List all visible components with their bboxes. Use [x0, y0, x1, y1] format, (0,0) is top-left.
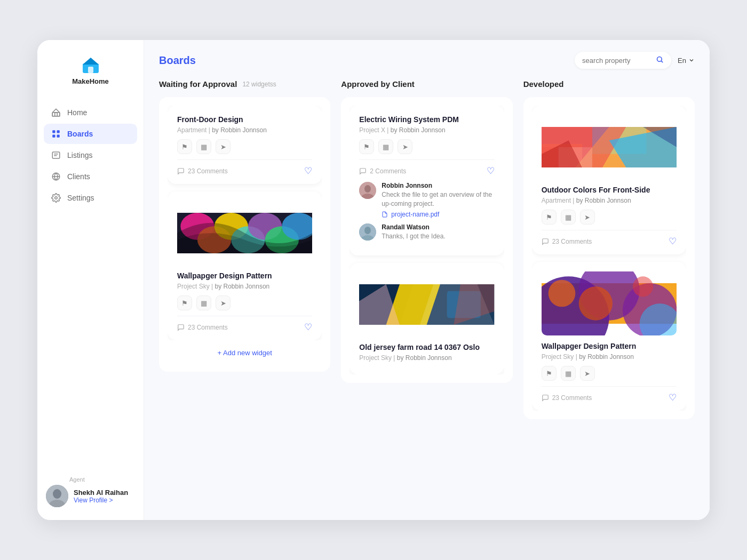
- svg-point-50: [578, 286, 612, 320]
- comment-text-2: Thanks, I got the Idea.: [382, 232, 445, 241]
- sidebar-item-home[interactable]: Home: [44, 102, 137, 123]
- svg-rect-4: [57, 130, 60, 133]
- sidebar-item-listings[interactable]: Listings: [44, 145, 137, 165]
- commenter-avatar-2: [359, 223, 376, 241]
- home-icon: [51, 108, 61, 117]
- footer-user: Shekh Al Raihan View Profile >: [46, 485, 128, 507]
- file-name: project-name.pdf: [391, 211, 439, 218]
- column-developed: Developed: [523, 79, 695, 509]
- comment-body-1: Robbin Jonnson Check the file to get an …: [382, 182, 494, 218]
- sidebar-nav: Home Boards: [37, 102, 144, 476]
- comment-author-2: Randall Watson: [382, 223, 445, 231]
- search-box[interactable]: [575, 52, 671, 69]
- comment-file-link[interactable]: project-name.pdf: [382, 211, 494, 218]
- avatar-image: [46, 485, 68, 507]
- grid-button[interactable]: ▦: [196, 139, 211, 154]
- agent-label: Agent: [69, 476, 85, 483]
- svg-point-51: [548, 280, 575, 307]
- grid-button[interactable]: ▦: [561, 210, 576, 225]
- comment-icon: [542, 238, 549, 245]
- like-button[interactable]: ♡: [304, 322, 312, 333]
- boards-icon: [51, 129, 61, 139]
- grid-button[interactable]: ▦: [196, 295, 211, 310]
- commenter-avatar-1: [359, 182, 376, 199]
- grid-button[interactable]: ▦: [378, 139, 393, 154]
- card-outdoor: Outdoor Colors For Front-Side Apartment …: [532, 106, 686, 254]
- card-actions: ⚑ ▦ ➤: [542, 210, 677, 225]
- like-button[interactable]: ♡: [669, 392, 677, 403]
- chevron-down-icon: [688, 57, 695, 63]
- app-container: MakeHome Home: [37, 40, 710, 520]
- comment-icon: [542, 394, 549, 402]
- search-input[interactable]: [582, 57, 651, 65]
- col-header-developed: Developed: [523, 79, 695, 89]
- sidebar: MakeHome Home: [37, 40, 144, 520]
- file-icon: [382, 211, 388, 218]
- card-footer: 23 Comments ♡: [542, 386, 677, 403]
- listings-icon: [51, 150, 61, 160]
- settings-label: Settings: [67, 194, 94, 202]
- flag-button[interactable]: ⚑: [177, 295, 192, 310]
- card-title: Wallpapger Design Pattern: [177, 271, 312, 280]
- comment-count: 23 Comments: [188, 324, 228, 331]
- send-button[interactable]: ➤: [216, 295, 231, 310]
- flag-button[interactable]: ⚑: [542, 210, 557, 225]
- card-actions: ⚑ ▦ ➤: [359, 139, 494, 154]
- listings-label: Listings: [67, 151, 92, 159]
- flag-button[interactable]: ⚑: [542, 366, 557, 381]
- svg-rect-3: [52, 130, 55, 133]
- add-widget-button[interactable]: + Add new widget: [168, 342, 322, 363]
- by-label: by Robbin Jonnson: [214, 283, 269, 290]
- comments-label: 2 Comments: [359, 167, 406, 175]
- send-button[interactable]: ➤: [216, 139, 231, 154]
- card-title: Front-Door Design: [177, 115, 312, 124]
- sidebar-item-clients[interactable]: Clients: [44, 166, 137, 187]
- send-button[interactable]: ➤: [580, 210, 595, 225]
- svg-point-26: [364, 227, 371, 234]
- card-image-purple-orange: [542, 271, 677, 335]
- blue-abstract-svg: [359, 273, 494, 337]
- col-header-approved: Approved by Client: [341, 79, 512, 89]
- comment-item-1: Robbin Jonnson Check the file to get an …: [359, 182, 494, 218]
- card-meta: Project X | by Robbin Jonnson: [359, 126, 494, 134]
- card-title: Electric Wiring System PDM: [359, 115, 494, 124]
- sidebar-item-settings[interactable]: Settings: [44, 188, 137, 208]
- comment-body-2: Randall Watson Thanks, I got the Idea.: [382, 223, 445, 241]
- flag-button[interactable]: ⚑: [359, 139, 374, 154]
- card-title: Wallpapger Design Pattern: [542, 342, 677, 350]
- comment-count: 23 Comments: [552, 394, 592, 402]
- user-info: Shekh Al Raihan View Profile >: [74, 489, 128, 504]
- like-button[interactable]: ♡: [304, 165, 312, 177]
- comment-icon: [177, 324, 185, 331]
- like-button[interactable]: ♡: [669, 236, 677, 247]
- by-label: by Robbin Jonnson: [397, 354, 452, 362]
- project-name: Apartment: [542, 197, 571, 204]
- svg-point-11: [53, 489, 61, 499]
- col-bg-developed: Outdoor Colors For Front-Side Apartment …: [523, 97, 695, 419]
- view-profile-link[interactable]: View Profile >: [74, 497, 128, 504]
- svg-point-13: [657, 57, 662, 62]
- send-button[interactable]: ➤: [580, 366, 595, 381]
- cards-waiting: Front-Door Design Apartment | by Robbin …: [168, 106, 322, 340]
- comments-label: 23 Comments: [542, 394, 592, 402]
- sidebar-item-boards[interactable]: Boards: [44, 124, 137, 144]
- clients-label: Clients: [67, 172, 90, 181]
- card-front-door: Front-Door Design Apartment | by Robbin …: [168, 106, 322, 184]
- svg-point-52: [633, 276, 653, 297]
- card-electric: Electric Wiring System PDM Project X | b…: [349, 106, 504, 255]
- flag-button[interactable]: ⚑: [177, 139, 192, 154]
- comments-label: 23 Comments: [177, 167, 228, 175]
- like-button[interactable]: ♡: [487, 165, 495, 177]
- comment-icon: [359, 167, 367, 175]
- project-name: Project Sky: [177, 283, 210, 290]
- project-name: Project Sky: [359, 354, 392, 362]
- svg-point-9: [55, 197, 58, 199]
- topbar: Boards En: [144, 40, 710, 69]
- send-button[interactable]: ➤: [398, 139, 412, 154]
- home-label: Home: [67, 108, 87, 117]
- project-name: Project X: [359, 126, 385, 134]
- main-content: Boards En: [144, 40, 710, 520]
- lang-selector[interactable]: En: [678, 57, 695, 65]
- grid-button[interactable]: ▦: [561, 366, 576, 381]
- search-icon: [656, 55, 664, 65]
